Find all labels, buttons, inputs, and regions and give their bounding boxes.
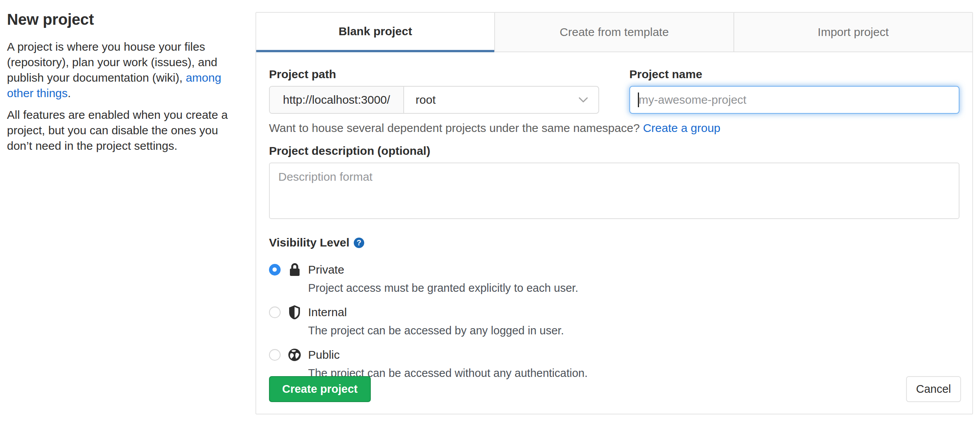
paragraph-text-end: . (68, 87, 71, 99)
visibility-option-name: Internal (308, 306, 347, 319)
create-project-button[interactable]: Create project (269, 376, 371, 402)
visibility-option-name: Private (308, 263, 344, 276)
cancel-button[interactable]: Cancel (906, 376, 961, 402)
namespace-selected-value: root (416, 93, 436, 106)
project-path-field: Project path http://localhost:3000/ root (269, 68, 599, 114)
visibility-option-public: Public The project can be accessed witho… (269, 346, 959, 381)
project-path-group: http://localhost:3000/ root (269, 86, 599, 114)
page-title: New project (7, 10, 247, 29)
chevron-down-icon (578, 96, 588, 103)
project-name-input[interactable] (629, 86, 959, 114)
project-description-label: Project description (optional) (269, 144, 959, 158)
lock-icon (287, 263, 302, 277)
sidebar-paragraph-1: A project is where you house your files … (7, 39, 247, 101)
create-a-group-link[interactable]: Create a group (643, 122, 720, 134)
visibility-options: Private Project access must be granted e… (269, 261, 959, 381)
visibility-option-internal: Internal The project can be accessed by … (269, 303, 959, 338)
question-mark-icon[interactable]: ? (354, 238, 364, 248)
visibility-level-label: Visibility Level (269, 236, 350, 249)
project-name-label: Project name (629, 68, 959, 81)
text-caret (638, 92, 639, 107)
tab-import-project[interactable]: Import project (733, 13, 972, 52)
project-description-textarea[interactable] (269, 163, 959, 219)
visibility-option-description: The project can be accessed by any logge… (308, 323, 959, 338)
sidebar-paragraph-2: All features are enabled when you create… (7, 107, 247, 154)
sidebar: New project A project is where you house… (7, 10, 247, 160)
radio-public[interactable] (269, 349, 281, 361)
tab-blank-project[interactable]: Blank project (256, 13, 494, 52)
visibility-option-name: Public (308, 348, 340, 361)
globe-icon (287, 348, 302, 361)
visibility-option-private: Private Project access must be granted e… (269, 261, 959, 296)
namespace-select[interactable]: root (404, 87, 598, 113)
radio-private[interactable] (269, 264, 281, 276)
project-name-field: Project name (629, 68, 959, 114)
visibility-option-description: Project access must be granted explicitl… (308, 280, 959, 296)
project-path-label: Project path (269, 68, 599, 81)
radio-internal[interactable] (269, 306, 281, 318)
tab-create-from-template[interactable]: Create from template (494, 13, 733, 52)
blank-project-form: Project path http://localhost:3000/ root… (256, 52, 972, 381)
project-type-tabbar: Blank project Create from template Impor… (256, 13, 972, 52)
url-prefix-addon: http://localhost:3000/ (270, 87, 404, 113)
new-project-panel: Blank project Create from template Impor… (255, 12, 973, 414)
namespace-hint: Want to house several dependent projects… (269, 122, 959, 135)
namespace-hint-text: Want to house several dependent projects… (269, 122, 643, 134)
form-actions: Create project Cancel (269, 376, 961, 402)
shield-icon (287, 305, 302, 319)
